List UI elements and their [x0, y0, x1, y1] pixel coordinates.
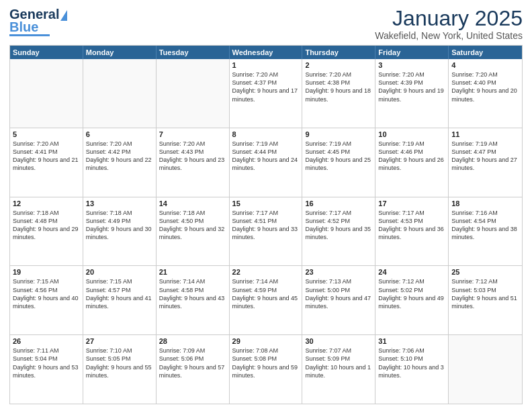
cell-info: Sunrise: 7:14 AM Sunset: 4:59 PM Dayligh…	[232, 277, 300, 310]
logo-blue: Blue	[9, 21, 38, 33]
day-number: 9	[305, 130, 372, 138]
calendar-cell: 1Sunrise: 7:20 AM Sunset: 4:37 PM Daylig…	[230, 59, 303, 128]
calendar-cell: 17Sunrise: 7:17 AM Sunset: 4:53 PM Dayli…	[375, 197, 449, 266]
day-number: 5	[13, 130, 80, 138]
cell-info: Sunrise: 7:20 AM Sunset: 4:43 PM Dayligh…	[159, 140, 226, 173]
calendar-header: SundayMondayTuesdayWednesdayThursdayFrid…	[10, 46, 522, 59]
cell-info: Sunrise: 7:19 AM Sunset: 4:45 PM Dayligh…	[305, 140, 372, 173]
day-number: 17	[378, 199, 445, 208]
day-number: 14	[159, 199, 226, 208]
calendar-cell: 7Sunrise: 7:20 AM Sunset: 4:43 PM Daylig…	[157, 128, 230, 197]
cell-info: Sunrise: 7:20 AM Sunset: 4:38 PM Dayligh…	[305, 71, 372, 103]
cell-info: Sunrise: 7:06 AM Sunset: 5:10 PM Dayligh…	[378, 347, 445, 379]
calendar-cell: 30Sunrise: 7:07 AM Sunset: 5:09 PM Dayli…	[302, 335, 375, 404]
month-title: January 2025	[375, 7, 523, 30]
calendar-cell: 19Sunrise: 7:15 AM Sunset: 4:56 PM Dayli…	[10, 266, 83, 334]
weekday-header: Wednesday	[230, 46, 303, 59]
calendar-cell: 23Sunrise: 7:13 AM Sunset: 5:00 PM Dayli…	[302, 266, 375, 334]
day-number: 31	[378, 337, 445, 345]
cell-info: Sunrise: 7:12 AM Sunset: 5:02 PM Dayligh…	[378, 277, 445, 310]
logo-underline	[9, 34, 50, 36]
cell-info: Sunrise: 7:09 AM Sunset: 5:06 PM Dayligh…	[159, 347, 226, 379]
calendar-cell	[83, 59, 157, 128]
header: General Blue January 2025 Wakefield, New…	[9, 7, 523, 41]
day-number: 4	[451, 61, 519, 69]
calendar-cell: 5Sunrise: 7:20 AM Sunset: 4:41 PM Daylig…	[10, 128, 83, 197]
logo: General Blue	[9, 7, 67, 36]
calendar-cell: 22Sunrise: 7:14 AM Sunset: 4:59 PM Dayli…	[230, 266, 303, 334]
calendar-cell: 16Sunrise: 7:17 AM Sunset: 4:52 PM Dayli…	[302, 197, 375, 266]
day-number: 22	[232, 268, 300, 276]
day-number: 7	[159, 130, 226, 138]
cell-info: Sunrise: 7:20 AM Sunset: 4:42 PM Dayligh…	[86, 140, 153, 173]
cell-info: Sunrise: 7:20 AM Sunset: 4:41 PM Dayligh…	[13, 140, 80, 173]
cell-info: Sunrise: 7:07 AM Sunset: 5:09 PM Dayligh…	[305, 347, 372, 379]
cell-info: Sunrise: 7:15 AM Sunset: 4:57 PM Dayligh…	[86, 277, 153, 310]
calendar-cell: 25Sunrise: 7:12 AM Sunset: 5:03 PM Dayli…	[449, 266, 522, 334]
calendar-cell: 9Sunrise: 7:19 AM Sunset: 4:45 PM Daylig…	[302, 128, 375, 197]
cell-info: Sunrise: 7:17 AM Sunset: 4:53 PM Dayligh…	[378, 209, 445, 242]
day-number: 3	[378, 61, 445, 69]
cell-info: Sunrise: 7:18 AM Sunset: 4:48 PM Dayligh…	[13, 209, 80, 242]
calendar-cell: 18Sunrise: 7:16 AM Sunset: 4:54 PM Dayli…	[449, 197, 522, 266]
calendar: SundayMondayTuesdayWednesdayThursdayFrid…	[9, 45, 523, 404]
weekday-header: Tuesday	[157, 46, 230, 59]
title-area: January 2025 Wakefield, New York, United…	[375, 7, 523, 41]
calendar-cell: 4Sunrise: 7:20 AM Sunset: 4:40 PM Daylig…	[449, 59, 522, 128]
cell-info: Sunrise: 7:13 AM Sunset: 5:00 PM Dayligh…	[305, 277, 372, 310]
day-number: 21	[159, 268, 226, 276]
cell-info: Sunrise: 7:14 AM Sunset: 4:58 PM Dayligh…	[159, 277, 226, 310]
cell-info: Sunrise: 7:19 AM Sunset: 4:46 PM Dayligh…	[378, 140, 445, 173]
calendar-cell: 24Sunrise: 7:12 AM Sunset: 5:02 PM Dayli…	[375, 266, 449, 334]
cell-info: Sunrise: 7:15 AM Sunset: 4:56 PM Dayligh…	[13, 277, 80, 310]
day-number: 8	[232, 130, 300, 138]
calendar-body: 1Sunrise: 7:20 AM Sunset: 4:37 PM Daylig…	[10, 59, 522, 404]
cell-info: Sunrise: 7:08 AM Sunset: 5:08 PM Dayligh…	[232, 347, 300, 379]
calendar-cell: 6Sunrise: 7:20 AM Sunset: 4:42 PM Daylig…	[83, 128, 157, 197]
cell-info: Sunrise: 7:19 AM Sunset: 4:44 PM Dayligh…	[232, 140, 300, 173]
cell-info: Sunrise: 7:17 AM Sunset: 4:51 PM Dayligh…	[232, 209, 300, 242]
calendar-cell	[157, 59, 230, 128]
day-number: 1	[232, 61, 300, 69]
calendar-cell: 14Sunrise: 7:18 AM Sunset: 4:50 PM Dayli…	[157, 197, 230, 266]
weekday-header: Monday	[83, 46, 157, 59]
day-number: 19	[13, 268, 80, 276]
calendar-row: 1Sunrise: 7:20 AM Sunset: 4:37 PM Daylig…	[10, 59, 522, 128]
day-number: 6	[86, 130, 153, 138]
calendar-row: 5Sunrise: 7:20 AM Sunset: 4:41 PM Daylig…	[10, 128, 522, 197]
cell-info: Sunrise: 7:11 AM Sunset: 5:04 PM Dayligh…	[13, 347, 80, 379]
calendar-cell	[449, 335, 522, 404]
day-number: 29	[232, 337, 300, 345]
calendar-cell: 8Sunrise: 7:19 AM Sunset: 4:44 PM Daylig…	[230, 128, 303, 197]
calendar-cell: 28Sunrise: 7:09 AM Sunset: 5:06 PM Dayli…	[157, 335, 230, 404]
day-number: 18	[451, 199, 519, 208]
cell-info: Sunrise: 7:12 AM Sunset: 5:03 PM Dayligh…	[451, 277, 519, 310]
calendar-cell: 13Sunrise: 7:18 AM Sunset: 4:49 PM Dayli…	[83, 197, 157, 266]
day-number: 10	[378, 130, 445, 138]
cell-info: Sunrise: 7:17 AM Sunset: 4:52 PM Dayligh…	[305, 209, 372, 242]
calendar-cell	[10, 59, 83, 128]
weekday-header: Saturday	[449, 46, 522, 59]
weekday-header: Sunday	[10, 46, 83, 59]
cell-info: Sunrise: 7:20 AM Sunset: 4:39 PM Dayligh…	[378, 71, 445, 103]
cell-info: Sunrise: 7:16 AM Sunset: 4:54 PM Dayligh…	[451, 209, 519, 242]
day-number: 15	[232, 199, 300, 208]
weekday-header: Friday	[375, 46, 449, 59]
day-number: 26	[13, 337, 80, 345]
calendar-cell: 20Sunrise: 7:15 AM Sunset: 4:57 PM Dayli…	[83, 266, 157, 334]
calendar-row: 26Sunrise: 7:11 AM Sunset: 5:04 PM Dayli…	[10, 334, 522, 404]
calendar-cell: 27Sunrise: 7:10 AM Sunset: 5:05 PM Dayli…	[83, 335, 157, 404]
location: Wakefield, New York, United States	[375, 30, 523, 41]
calendar-cell: 11Sunrise: 7:19 AM Sunset: 4:47 PM Dayli…	[449, 128, 522, 197]
cell-info: Sunrise: 7:18 AM Sunset: 4:49 PM Dayligh…	[86, 209, 153, 242]
calendar-row: 12Sunrise: 7:18 AM Sunset: 4:48 PM Dayli…	[10, 197, 522, 266]
cell-info: Sunrise: 7:10 AM Sunset: 5:05 PM Dayligh…	[86, 347, 153, 379]
calendar-cell: 31Sunrise: 7:06 AM Sunset: 5:10 PM Dayli…	[375, 335, 449, 404]
calendar-cell: 26Sunrise: 7:11 AM Sunset: 5:04 PM Dayli…	[10, 335, 83, 404]
day-number: 13	[86, 199, 153, 208]
calendar-cell: 15Sunrise: 7:17 AM Sunset: 4:51 PM Dayli…	[230, 197, 303, 266]
calendar-row: 19Sunrise: 7:15 AM Sunset: 4:56 PM Dayli…	[10, 265, 522, 334]
cell-info: Sunrise: 7:20 AM Sunset: 4:40 PM Dayligh…	[451, 71, 519, 103]
day-number: 27	[86, 337, 153, 345]
day-number: 11	[451, 130, 519, 138]
